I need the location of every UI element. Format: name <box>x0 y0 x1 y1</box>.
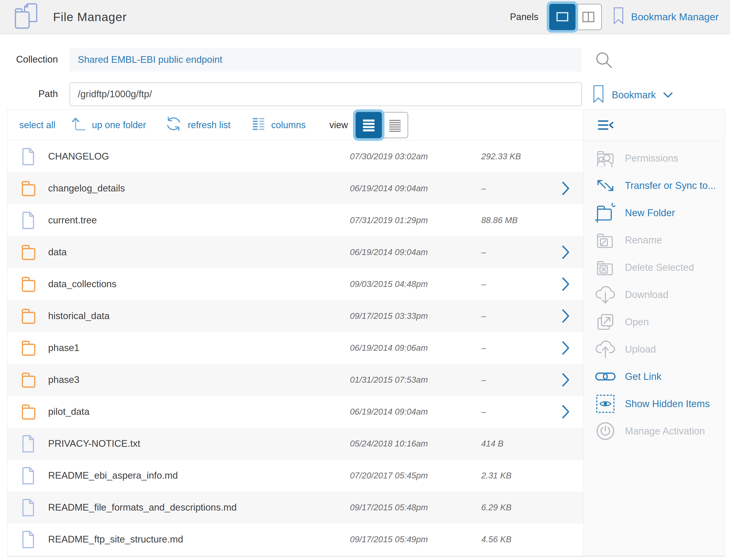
folder-row[interactable]: pilot_data06/19/2014 09:04am– <box>7 396 583 428</box>
file-date: 07/20/2017 05:45pm <box>350 471 481 480</box>
search-icon[interactable] <box>594 50 614 71</box>
open-folder-chevron-icon[interactable] <box>561 181 571 196</box>
file-icon <box>21 211 37 230</box>
refresh-list-button[interactable]: refresh list <box>165 115 230 135</box>
manage-activation-icon <box>594 421 617 441</box>
collection-field[interactable]: Shared EMBL-EBI public endpoint <box>69 48 582 72</box>
action-label: Manage Activation <box>625 426 705 437</box>
download-icon <box>594 285 617 305</box>
open-folder-chevron-icon[interactable] <box>561 340 571 355</box>
action-transfer-or-sync-to[interactable]: Transfer or Sync to... <box>583 172 725 199</box>
file-date: 07/30/2019 03:02am <box>350 152 481 161</box>
file-name: README_ebi_aspera_info.md <box>48 470 350 481</box>
collection-label: Collection <box>0 54 58 65</box>
open-folder-chevron-icon[interactable] <box>561 309 571 323</box>
file-icon <box>21 530 37 549</box>
view-label: view <box>329 120 348 130</box>
action-label: Download <box>625 289 668 300</box>
action-label: Permissions <box>625 153 678 164</box>
folder-icon <box>21 403 37 421</box>
open-folder-chevron-icon[interactable] <box>561 404 571 419</box>
file-size: – <box>481 183 566 193</box>
open-folder-chevron-icon[interactable] <box>561 277 571 292</box>
rename-icon <box>594 231 617 249</box>
single-panel-button[interactable] <box>549 4 576 30</box>
folder-icon <box>21 307 37 325</box>
action-delete-selected: Delete Selected <box>583 254 725 281</box>
file-date: 01/31/2015 07:53am <box>350 375 481 385</box>
action-permissions: Permissions <box>583 145 725 172</box>
open-folder-chevron-icon[interactable] <box>561 245 571 260</box>
app-title-group: File Manager <box>13 2 127 32</box>
folder-row[interactable]: phase301/31/2015 07:53am– <box>7 364 583 396</box>
file-list-pane: select all up one folder refresh list co… <box>7 110 583 556</box>
file-name: PRIVACY-NOTICE.txt <box>48 438 350 449</box>
action-new-folder[interactable]: New Folder <box>583 199 725 226</box>
file-name: README_ftp_site_structure.md <box>48 534 350 545</box>
file-name: current.tree <box>48 215 350 226</box>
action-manage-activation: Manage Activation <box>583 417 725 445</box>
action-label: Open <box>625 317 649 328</box>
collapse-sidebar-icon[interactable] <box>598 119 615 131</box>
columns-button[interactable]: columns <box>251 117 306 133</box>
file-name: CHANGELOG <box>48 151 350 162</box>
folder-icon <box>21 243 37 261</box>
file-row[interactable]: current.tree07/31/2019 01:29pm88.86 MB <box>7 204 583 236</box>
file-date: 05/24/2018 10:16am <box>350 439 481 449</box>
select-all-button[interactable]: select all <box>19 120 55 130</box>
action-label: Rename <box>625 235 662 246</box>
action-upload: Upload <box>583 336 725 363</box>
file-row[interactable]: README_file_formats_and_descriptions.md0… <box>7 492 583 523</box>
action-download: Download <box>583 281 725 308</box>
file-list: CHANGELOG07/30/2019 03:02am292.33 KBchan… <box>7 141 583 556</box>
file-row[interactable]: README_ftp_site_structure.md09/17/2015 0… <box>7 523 583 555</box>
folder-row[interactable]: data06/19/2014 09:04am– <box>7 236 583 268</box>
path-value: /gridftp/1000g/ftp/ <box>78 89 152 100</box>
up-one-folder-button[interactable]: up one folder <box>71 117 146 133</box>
folder-row[interactable]: historical_data09/17/2015 03:33pm– <box>7 300 583 332</box>
refresh-list-label: refresh list <box>188 120 230 130</box>
panels-toggle <box>549 4 602 30</box>
header-controls: Panels Bookmark Manager <box>510 4 719 30</box>
file-size: 6.29 KB <box>481 503 566 512</box>
dual-panel-button[interactable] <box>576 4 602 30</box>
folder-row[interactable]: data_collections09/03/2015 04:48pm– <box>7 268 583 300</box>
action-get-link[interactable]: Get Link <box>583 363 725 390</box>
folder-row[interactable]: changelog_details06/19/2014 09:04am– <box>7 172 583 204</box>
file-row[interactable]: PRIVACY-NOTICE.txt05/24/2018 10:16am414 … <box>7 428 583 460</box>
show-hidden-icon <box>594 394 617 414</box>
file-name: changelog_details <box>48 183 350 194</box>
open-folder-chevron-icon[interactable] <box>561 372 571 387</box>
file-date: 06/19/2014 09:04am <box>350 407 481 417</box>
file-date: 06/19/2014 09:04am <box>350 247 481 257</box>
bookmark-manager-link[interactable]: Bookmark Manager <box>613 7 719 27</box>
action-label: Upload <box>625 344 656 355</box>
page-title: File Manager <box>53 10 127 24</box>
action-label: New Folder <box>625 207 675 218</box>
compact-view-button[interactable] <box>382 112 408 138</box>
action-show-hidden-items[interactable]: Show Hidden Items <box>583 390 725 417</box>
bookmark-manager-label: Bookmark Manager <box>631 11 719 23</box>
list-view-button[interactable] <box>355 112 382 138</box>
file-name: phase1 <box>48 343 350 353</box>
file-size: 292.33 KB <box>481 152 566 161</box>
new-folder-icon <box>594 203 617 223</box>
file-name: README_file_formats_and_descriptions.md <box>48 502 350 513</box>
file-icon <box>21 466 37 485</box>
file-name: pilot_data <box>48 406 350 417</box>
action-label: Get Link <box>625 371 662 382</box>
refresh-icon <box>165 115 182 135</box>
sidebar-header <box>583 110 725 141</box>
file-row[interactable]: CHANGELOG07/30/2019 03:02am292.33 KB <box>7 141 583 172</box>
open-icon <box>594 312 617 332</box>
file-icon <box>21 147 37 166</box>
bookmark-manager-icon <box>613 7 624 27</box>
path-input[interactable]: /gridftp/1000g/ftp/ <box>69 82 582 106</box>
file-size: – <box>481 279 566 289</box>
bookmark-button[interactable]: Bookmark <box>592 84 673 106</box>
file-row[interactable]: README_ebi_aspera_info.md07/20/2017 05:4… <box>7 460 583 492</box>
chevron-down-icon <box>663 90 673 101</box>
file-date: 09/17/2015 03:33pm <box>350 311 481 321</box>
folder-icon <box>21 275 37 293</box>
folder-row[interactable]: phase106/19/2014 09:06am– <box>7 332 583 364</box>
